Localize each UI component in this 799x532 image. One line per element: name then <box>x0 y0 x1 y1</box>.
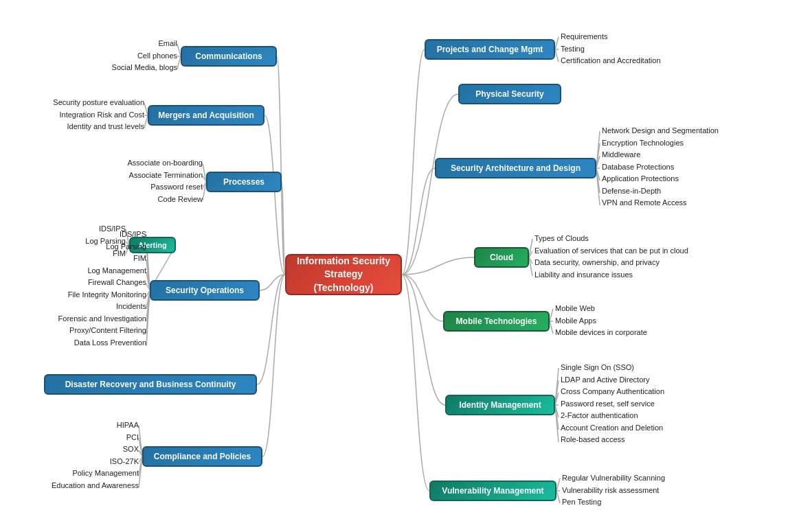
labels-left-processes: Associate on-boardingAssociate Terminati… <box>128 157 203 205</box>
label-item: Password reset, self service <box>561 398 664 410</box>
node-projects[interactable]: Projects and Change Mgmt <box>425 39 555 60</box>
label-item: Mobile devices in corporate <box>555 327 647 338</box>
label-item: Types of Clouds <box>534 233 688 244</box>
label-item: Code Review <box>128 194 203 205</box>
label-item: FIM <box>58 253 146 264</box>
label-item: Role-based access <box>561 434 664 446</box>
labels-right-security_arch: Network Design and SegmentationEncryptio… <box>602 125 719 209</box>
node-physical[interactable]: Physical Security <box>458 84 561 104</box>
node-identity[interactable]: Identity Management <box>445 395 555 415</box>
label-item: Policy Management <box>52 467 139 479</box>
node-disaster[interactable]: Disaster Recovery and Business Continuit… <box>44 374 257 395</box>
label-item: Mobile Apps <box>555 315 647 327</box>
label-item: Integration Risk and Cost <box>53 109 144 121</box>
labels-right-cloud: Types of CloudsEvaluation of services th… <box>534 233 688 280</box>
label-item: Cross Company Authentication <box>561 386 664 397</box>
label-item: Requirements <box>561 31 661 43</box>
label-item: 2-Factor authentication <box>561 410 664 421</box>
label-item: Account Creation and Deletion <box>561 422 664 434</box>
label-item: Pen Testing <box>562 496 665 508</box>
label-item: Vulnerability risk assessment <box>562 485 665 496</box>
node-security_arch[interactable]: Security Architecture and Design <box>435 158 596 178</box>
label-item: Log Management <box>58 265 146 277</box>
label-item: Email <box>112 38 177 49</box>
alerting-label-item: IDS/IPS <box>99 223 126 235</box>
alerting-label-item: FIM <box>113 248 126 259</box>
label-item: ISO-27K <box>52 456 139 467</box>
node-processes[interactable]: Processes <box>206 172 282 192</box>
node-vulnerability[interactable]: Vulnerability Management <box>429 481 556 501</box>
labels-right-mobile: Mobile WebMobile AppsMobile devices in c… <box>555 303 647 338</box>
label-item: Forensic and Investigation <box>58 313 146 325</box>
label-item: Identity and trust levels <box>53 121 144 132</box>
center-node[interactable]: Information Security Strategy (Technolog… <box>285 254 402 295</box>
labels-left-communications: EmailCell phonesSocial Media, blogs <box>112 38 177 73</box>
label-item: Evaluation of services that can be put i… <box>534 245 688 257</box>
label-item: Proxy/Content Filtering <box>58 325 146 336</box>
node-security_ops[interactable]: Security Operations <box>150 280 260 301</box>
label-item: Single Sign On (SSO) <box>561 362 664 373</box>
node-cloud[interactable]: Cloud <box>474 247 529 268</box>
label-item: LDAP and Active Directory <box>561 374 664 386</box>
labels-right-vulnerability: Regular Vulnerability ScanningVulnerabil… <box>562 472 665 508</box>
label-item: Mobile Web <box>555 303 647 314</box>
label-item: SOX <box>52 443 139 455</box>
label-item: Data Loss Prevention <box>58 337 146 349</box>
labels-right-identity: Single Sign On (SSO)LDAP and Active Dire… <box>561 362 664 446</box>
label-item: Network Design and Segmentation <box>602 125 719 137</box>
label-item: Cell phones <box>112 50 177 62</box>
labels-left-mergers: Security posture evaluationIntegration R… <box>53 97 144 132</box>
label-item: Testing <box>561 43 661 55</box>
label-item: Firewall Changes <box>58 277 146 288</box>
label-item: Liability and insurance issues <box>534 269 688 281</box>
mindmap-container: Information Security Strategy (Technolog… <box>0 0 799 532</box>
label-item: Regular Vulnerability Scanning <box>562 472 665 484</box>
label-item: Application Protections <box>602 173 719 185</box>
node-mobile[interactable]: Mobile Technologies <box>443 311 550 332</box>
label-item: Associate Termination <box>128 170 203 181</box>
labels-right-projects: RequirementsTestingCertification and Acc… <box>561 31 661 67</box>
label-item: Education and Awareness <box>52 480 139 491</box>
label-item: Defense-in-Depth <box>602 185 719 197</box>
label-item: Password reset <box>128 181 203 193</box>
label-item: Security posture evaluation <box>53 97 144 108</box>
node-mergers[interactable]: Mergers and Acquisition <box>148 105 265 126</box>
label-item: Incidents <box>58 301 146 312</box>
label-item: Database Protections <box>602 161 719 173</box>
labels-left-compliance: HIPAAPCISOXISO-27KPolicy ManagementEduca… <box>52 419 139 491</box>
alerting-label-item: Log Parsing <box>85 235 126 247</box>
label-item: VPN and Remote Access <box>602 197 719 209</box>
label-item: Middleware <box>602 149 719 161</box>
label-item: Associate on-boarding <box>128 157 203 169</box>
label-item: Social Media, blogs <box>112 62 177 73</box>
label-item: Encryption Technologies <box>602 137 719 149</box>
label-item: Certification and Accreditation <box>561 55 661 67</box>
label-item: File Integrity Monitoring <box>58 289 146 301</box>
label-item: HIPAA <box>52 419 139 431</box>
node-communications[interactable]: Communications <box>181 46 277 67</box>
label-item: Data security, ownership, and privacy <box>534 257 688 268</box>
node-compliance[interactable]: Compliance and Policies <box>142 446 262 467</box>
label-item: PCI <box>52 432 139 443</box>
